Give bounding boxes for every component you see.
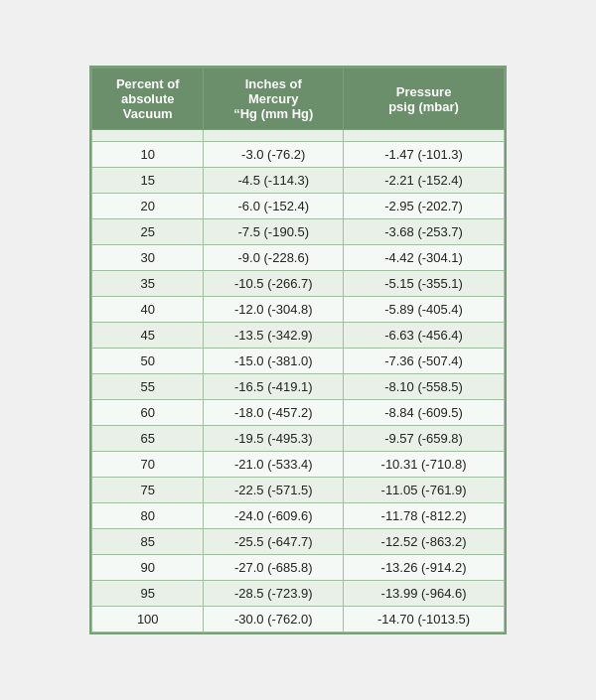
table-row: 70-21.0 (-533.4)-10.31 (-710.8)	[92, 452, 505, 478]
header-pressure: Pressurepsig (mbar)	[344, 69, 505, 130]
table-row: 65-19.5 (-495.3)-9.57 (-659.8)	[92, 426, 505, 452]
cell-mercury: -30.0 (-762.0)	[204, 607, 344, 632]
cell-mercury: -19.5 (-495.3)	[204, 426, 344, 452]
table-row: 20-6.0 (-152.4)-2.95 (-202.7)	[92, 194, 505, 219]
table-row: 50-15.0 (-381.0)-7.36 (-507.4)	[92, 349, 505, 374]
cell-mercury: -3.0 (-76.2)	[204, 142, 344, 168]
cell-pressure: -5.89 (-405.4)	[344, 297, 505, 323]
cell-vacuum: 30	[92, 245, 204, 271]
cell-pressure: -5.15 (-355.1)	[344, 271, 505, 297]
cell-mercury: -12.0 (-304.8)	[204, 297, 344, 323]
cell-vacuum: 100	[92, 607, 204, 632]
cell-vacuum: 75	[92, 478, 204, 503]
cell-pressure: -11.05 (-761.9)	[344, 478, 505, 503]
header-mercury: Inches ofMercury“Hg (mm Hg)	[204, 69, 344, 130]
cell-vacuum: 55	[92, 374, 204, 400]
cell-mercury: -24.0 (-609.6)	[204, 503, 344, 529]
cell-pressure: -8.10 (-558.5)	[344, 374, 505, 400]
cell-vacuum: 60	[92, 400, 204, 426]
cell-mercury: -7.5 (-190.5)	[204, 219, 344, 245]
cell-mercury: -22.5 (-571.5)	[204, 478, 344, 503]
cell-pressure: -7.36 (-507.4)	[344, 349, 505, 374]
cell-pressure: -6.63 (-456.4)	[344, 323, 505, 349]
cell-vacuum: 70	[92, 452, 204, 478]
vacuum-table-wrapper: Percent ofabsoluteVacuum Inches ofMercur…	[89, 66, 507, 634]
cell-pressure: -10.31 (-710.8)	[344, 452, 505, 478]
table-row: 55-16.5 (-419.1)-8.10 (-558.5)	[92, 374, 505, 400]
cell-pressure: -4.42 (-304.1)	[344, 245, 505, 271]
cell-pressure: -8.84 (-609.5)	[344, 400, 505, 426]
cell-mercury: -16.5 (-419.1)	[204, 374, 344, 400]
table-row: 10-3.0 (-76.2)-1.47 (-101.3)	[92, 142, 505, 168]
cell-mercury: -9.0 (-228.6)	[204, 245, 344, 271]
table-row: 90-27.0 (-685.8)-13.26 (-914.2)	[92, 555, 505, 581]
cell-vacuum: 20	[92, 194, 204, 219]
table-row: 75-22.5 (-571.5)-11.05 (-761.9)	[92, 478, 505, 503]
cell-pressure: -12.52 (-863.2)	[344, 529, 505, 555]
cell-pressure: -2.95 (-202.7)	[344, 194, 505, 219]
cell-pressure: -13.99 (-964.6)	[344, 581, 505, 607]
cell-mercury: -6.0 (-152.4)	[204, 194, 344, 219]
cell-mercury: -13.5 (-342.9)	[204, 323, 344, 349]
cell-vacuum: 65	[92, 426, 204, 452]
table-row: 60-18.0 (-457.2)-8.84 (-609.5)	[92, 400, 505, 426]
table-row: 85-25.5 (-647.7)-12.52 (-863.2)	[92, 529, 505, 555]
empty-row	[92, 130, 505, 142]
cell-pressure: -11.78 (-812.2)	[344, 503, 505, 529]
table-row: 80-24.0 (-609.6)-11.78 (-812.2)	[92, 503, 505, 529]
cell-vacuum: 45	[92, 323, 204, 349]
cell-vacuum: 15	[92, 168, 204, 194]
table-row: 35-10.5 (-266.7)-5.15 (-355.1)	[92, 271, 505, 297]
cell-mercury: -18.0 (-457.2)	[204, 400, 344, 426]
cell-mercury: -27.0 (-685.8)	[204, 555, 344, 581]
cell-pressure: -9.57 (-659.8)	[344, 426, 505, 452]
cell-mercury: -15.0 (-381.0)	[204, 349, 344, 374]
cell-mercury: -28.5 (-723.9)	[204, 581, 344, 607]
cell-pressure: -13.26 (-914.2)	[344, 555, 505, 581]
table-row: 45-13.5 (-342.9)-6.63 (-456.4)	[92, 323, 505, 349]
table-row: 40-12.0 (-304.8)-5.89 (-405.4)	[92, 297, 505, 323]
cell-vacuum: 80	[92, 503, 204, 529]
cell-vacuum: 10	[92, 142, 204, 168]
cell-vacuum: 40	[92, 297, 204, 323]
cell-pressure: -14.70 (-1013.5)	[344, 607, 505, 632]
cell-vacuum: 85	[92, 529, 204, 555]
cell-pressure: -2.21 (-152.4)	[344, 168, 505, 194]
table-row: 15-4.5 (-114.3)-2.21 (-152.4)	[92, 168, 505, 194]
cell-mercury: -25.5 (-647.7)	[204, 529, 344, 555]
cell-mercury: -10.5 (-266.7)	[204, 271, 344, 297]
cell-vacuum: 25	[92, 219, 204, 245]
cell-mercury: -4.5 (-114.3)	[204, 168, 344, 194]
cell-vacuum: 35	[92, 271, 204, 297]
header-vacuum: Percent ofabsoluteVacuum	[92, 69, 204, 130]
cell-pressure: -1.47 (-101.3)	[344, 142, 505, 168]
cell-vacuum: 50	[92, 349, 204, 374]
vacuum-pressure-table: Percent ofabsoluteVacuum Inches ofMercur…	[91, 68, 505, 632]
table-row: 95-28.5 (-723.9)-13.99 (-964.6)	[92, 581, 505, 607]
cell-vacuum: 90	[92, 555, 204, 581]
table-row: 25-7.5 (-190.5)-3.68 (-253.7)	[92, 219, 505, 245]
cell-vacuum: 95	[92, 581, 204, 607]
table-row: 100-30.0 (-762.0)-14.70 (-1013.5)	[92, 607, 505, 632]
table-header-row: Percent ofabsoluteVacuum Inches ofMercur…	[92, 69, 505, 130]
cell-mercury: -21.0 (-533.4)	[204, 452, 344, 478]
cell-pressure: -3.68 (-253.7)	[344, 219, 505, 245]
table-row: 30-9.0 (-228.6)-4.42 (-304.1)	[92, 245, 505, 271]
